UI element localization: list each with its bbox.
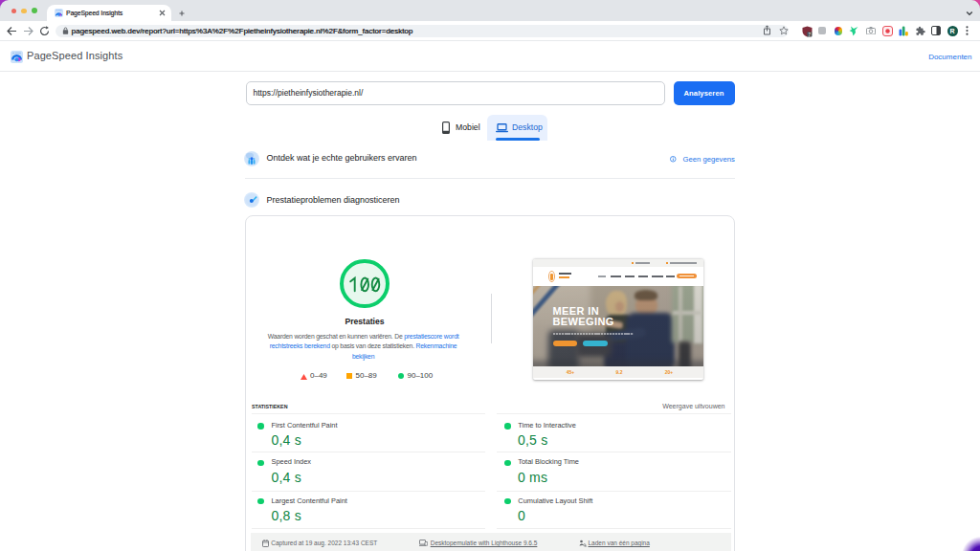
svg-text:7: 7: [809, 32, 812, 36]
